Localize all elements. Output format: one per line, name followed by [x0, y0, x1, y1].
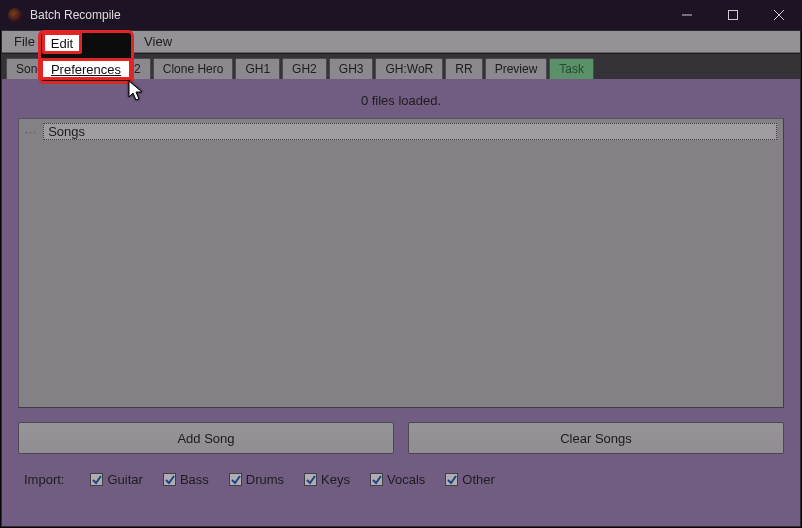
import-vocals-label: Vocals — [387, 472, 425, 487]
import-guitar-label: Guitar — [107, 472, 142, 487]
window-title: Batch Recompile — [30, 8, 121, 22]
import-keys-checkbox[interactable]: Keys — [304, 472, 350, 487]
minimize-icon — [682, 10, 692, 20]
checkbox-icon — [163, 473, 176, 486]
tab-clonehero[interactable]: Clone Hero — [153, 58, 234, 79]
checkbox-icon — [370, 473, 383, 486]
svg-rect-1 — [729, 11, 738, 20]
songs-tree[interactable]: ··· Songs — [18, 118, 784, 408]
tab-task[interactable]: Task — [549, 58, 594, 79]
cursor-icon — [128, 80, 146, 107]
tab-rr[interactable]: RR — [445, 58, 482, 79]
add-song-button[interactable]: Add Song — [18, 422, 394, 454]
close-icon — [774, 10, 784, 20]
import-other-label: Other — [462, 472, 495, 487]
maximize-button[interactable] — [710, 0, 756, 30]
tab-gh1[interactable]: GH1 — [235, 58, 280, 79]
close-button[interactable] — [756, 0, 802, 30]
tab-gh3[interactable]: GH3 — [329, 58, 374, 79]
import-other-checkbox[interactable]: Other — [445, 472, 495, 487]
import-bass-checkbox[interactable]: Bass — [163, 472, 209, 487]
clear-songs-button[interactable]: Clear Songs — [408, 422, 784, 454]
app-icon — [8, 8, 22, 22]
import-keys-label: Keys — [321, 472, 350, 487]
tree-expander-icon[interactable]: ··· — [25, 126, 37, 138]
import-vocals-checkbox[interactable]: Vocals — [370, 472, 425, 487]
import-row: Import: Guitar Bass Drums Keys Vocals — [18, 472, 784, 487]
titlebar: Batch Recompile — [0, 0, 802, 30]
checkbox-icon — [304, 473, 317, 486]
highlight-edit-menu[interactable]: Edit — [42, 32, 82, 54]
checkbox-icon — [229, 473, 242, 486]
tree-root-label[interactable]: Songs — [43, 123, 777, 140]
tree-row[interactable]: ··· Songs — [25, 123, 777, 140]
app-body: File Edit Help View Songs RB3 RB2 Clone … — [1, 30, 801, 527]
minimize-button[interactable] — [664, 0, 710, 30]
window-controls — [664, 0, 802, 30]
import-label: Import: — [24, 472, 64, 487]
checkbox-icon — [445, 473, 458, 486]
tab-preview[interactable]: Preview — [485, 58, 548, 79]
highlight-preferences-item[interactable]: Preferences — [40, 58, 132, 80]
import-bass-label: Bass — [180, 472, 209, 487]
maximize-icon — [728, 10, 738, 20]
svg-marker-4 — [129, 81, 142, 100]
tab-gh2[interactable]: GH2 — [282, 58, 327, 79]
import-guitar-checkbox[interactable]: Guitar — [90, 472, 142, 487]
import-drums-checkbox[interactable]: Drums — [229, 472, 284, 487]
menu-view[interactable]: View — [134, 32, 182, 51]
import-drums-label: Drums — [246, 472, 284, 487]
tab-ghwor[interactable]: GH:WoR — [375, 58, 443, 79]
button-row: Add Song Clear Songs — [18, 422, 784, 454]
content-area: 0 files loaded. ··· Songs Add Song Clear… — [2, 79, 800, 526]
checkbox-icon — [90, 473, 103, 486]
